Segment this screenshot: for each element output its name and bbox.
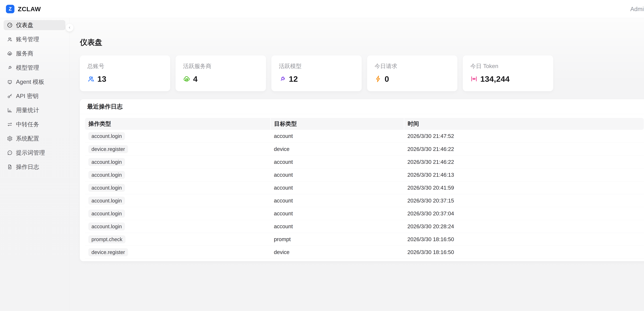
file-icon <box>7 164 12 170</box>
column-header-time: 时间 <box>404 118 644 130</box>
sidebar-item[interactable]: 系统配置 <box>4 134 65 144</box>
log-target: prompt <box>270 233 404 246</box>
sidebar-item-label: API 密钥 <box>16 92 38 100</box>
log-row: account.login account 2026/3/30 20:37:04 <box>85 207 644 220</box>
log-action-badge: prompt.check <box>88 235 126 243</box>
logs-table-header-row: 操作类型 目标类型 时间 <box>85 118 644 130</box>
log-action-badge: account.login <box>88 197 125 205</box>
app-logo-icon: Z <box>6 5 14 13</box>
log-time: 2026/3/30 21:47:52 <box>404 130 644 143</box>
sidebar-item[interactable]: 用量统计 <box>4 105 65 115</box>
log-time: 2026/3/30 20:41:59 <box>404 181 644 194</box>
stat-label: 今日请求 <box>374 63 450 70</box>
log-row: account.login account 2026/3/30 20:37:15 <box>85 194 644 207</box>
sidebar-item-label: 操作日志 <box>16 163 39 171</box>
log-action-badge: account.login <box>88 171 125 179</box>
log-target: account <box>270 194 404 207</box>
stat-label: 活跃服务商 <box>183 63 258 70</box>
sidebar-item-label: 系统配置 <box>16 135 39 142</box>
log-time: 2026/3/30 20:37:15 <box>404 194 644 207</box>
cloud-server-icon <box>7 51 12 56</box>
key-icon <box>7 93 12 99</box>
stat-card: 今日 Token 134,244 <box>463 56 553 91</box>
stat-card: 今日请求 0 <box>367 56 457 91</box>
log-target: account <box>270 130 404 143</box>
log-target: account <box>270 181 404 194</box>
gauge-icon <box>7 22 12 28</box>
log-row: device.register device 2026/3/30 18:16:5… <box>85 246 644 259</box>
log-action-badge: account.login <box>88 210 125 218</box>
log-action-badge: device.register <box>88 248 128 256</box>
sidebar-item-label: 仪表盘 <box>16 21 33 29</box>
log-row: account.login account 2026/3/30 20:28:24 <box>85 220 644 233</box>
log-target: account <box>270 156 404 168</box>
sidebar-item-label: 模型管理 <box>16 64 39 72</box>
recent-logs-title: 最近操作日志 <box>87 103 642 111</box>
log-time: 2026/3/30 18:16:50 <box>404 246 644 259</box>
logo-letter: Z <box>9 6 12 12</box>
log-row: account.login account 2026/3/30 20:41:59 <box>85 181 644 194</box>
sidebar-item-label: 账号管理 <box>16 36 39 43</box>
log-target: account <box>270 168 404 181</box>
stat-card: 活跃模型 12 <box>272 56 362 91</box>
app-layout: 仪表盘 账号管理 服务商 模型管理 Agent 模板 API 密钥 用量统计 <box>0 18 644 311</box>
sidebar-item[interactable]: 操作日志 <box>4 162 65 172</box>
recent-logs-header: 最近操作日志 <box>80 99 644 114</box>
cloud-server-icon <box>183 75 190 83</box>
sidebar-item[interactable]: Agent 模板 <box>4 77 65 87</box>
log-time: 2026/3/30 18:16:50 <box>404 233 644 246</box>
users-icon <box>87 75 95 83</box>
stat-label: 活跃模型 <box>279 63 354 70</box>
stat-value: 13 <box>97 74 106 84</box>
column-header-target: 目标类型 <box>270 118 404 130</box>
log-time: 2026/3/30 20:37:04 <box>404 207 644 220</box>
sidebar-item[interactable]: 账号管理 <box>4 34 65 44</box>
log-time: 2026/3/30 21:46:22 <box>404 143 644 156</box>
sidebar-item-label: 中转任务 <box>16 121 39 128</box>
log-time: 2026/3/30 21:46:13 <box>404 168 644 181</box>
sidebar-item[interactable]: 仪表盘 <box>4 20 65 30</box>
gear-icon <box>7 136 12 141</box>
sidebar-item[interactable]: 中转任务 <box>4 119 65 129</box>
log-row: prompt.check prompt 2026/3/30 18:16:50 <box>85 233 644 246</box>
stat-label: 总账号 <box>87 63 163 70</box>
log-target: account <box>270 207 404 220</box>
logs-table: 操作类型 目标类型 时间 account.login account 2026/… <box>85 118 644 259</box>
admin-user-menu[interactable]: Admin <box>630 6 644 13</box>
page-title: 仪表盘 <box>80 37 644 48</box>
log-action-badge: device.register <box>88 145 128 153</box>
sidebar-item-label: 用量统计 <box>16 106 39 114</box>
plug-icon <box>7 65 12 71</box>
sidebar-item[interactable]: API 密钥 <box>4 91 65 101</box>
main-content: 仪表盘 总账号 13 活跃服务商 4 活跃模型 <box>70 18 644 311</box>
chevron-left-icon <box>68 26 71 29</box>
log-time: 2026/3/30 21:46:22 <box>404 156 644 168</box>
swap-icon <box>7 122 12 127</box>
log-row: account.login account 2026/3/30 21:46:13 <box>85 168 644 181</box>
stat-value: 4 <box>193 74 198 84</box>
users-icon <box>7 37 12 42</box>
token-icon <box>470 75 478 83</box>
stats-grid: 总账号 13 活跃服务商 4 活跃模型 12 <box>80 56 644 91</box>
log-action-badge: account.login <box>88 222 125 230</box>
bar-chart-icon <box>7 107 12 113</box>
recent-logs-panel: 最近操作日志 操作类型 目标类型 时间 account.login <box>80 99 644 261</box>
stat-card: 总账号 13 <box>80 56 170 91</box>
log-action-badge: account.login <box>88 184 125 192</box>
chat-icon <box>7 150 12 156</box>
sidebar-item-label: Agent 模板 <box>16 78 44 86</box>
app-title: ZCLAW <box>18 6 41 13</box>
log-row: device.register device 2026/3/30 21:46:2… <box>85 143 644 156</box>
sidebar-nav: 仪表盘 账号管理 服务商 模型管理 Agent 模板 API 密钥 用量统计 <box>0 18 70 311</box>
stat-card: 活跃服务商 4 <box>176 56 266 91</box>
stat-value: 12 <box>289 74 298 84</box>
sidebar-collapse-button[interactable] <box>66 24 74 32</box>
sidebar-item[interactable]: 提示词管理 <box>4 148 65 158</box>
sidebar-item[interactable]: 服务商 <box>4 49 65 59</box>
stat-value: 0 <box>384 74 389 84</box>
log-row: account.login account 2026/3/30 21:46:22 <box>85 156 644 168</box>
log-target: device <box>270 246 404 259</box>
log-target: account <box>270 220 404 233</box>
sidebar-item[interactable]: 模型管理 <box>4 63 65 73</box>
plug-icon <box>279 75 286 83</box>
